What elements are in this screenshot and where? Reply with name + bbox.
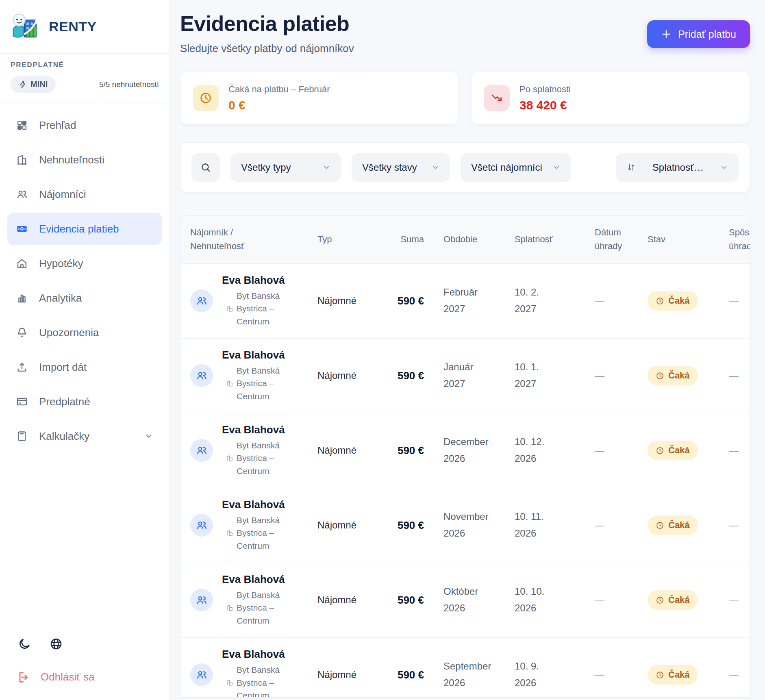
plan-badge: MINI [11, 76, 56, 93]
status-filter-select[interactable]: Všetky stavy [352, 153, 450, 182]
stat-value: 38 420 € [519, 98, 571, 112]
payment-amount: 590 € [387, 637, 434, 697]
status-badge: Čaká [648, 665, 698, 685]
property-name: Byt Banská Bystrica – Centrum [237, 663, 286, 697]
search-button[interactable] [191, 153, 220, 182]
payment-paid-date: — [585, 637, 638, 697]
payment-method: — [719, 488, 750, 563]
tenant-filter-select[interactable]: Všetci nájomníci [461, 153, 571, 182]
brand-logo-row: RENTY [0, 0, 170, 54]
clock-icon [193, 85, 219, 111]
globe-icon[interactable] [50, 637, 63, 650]
payment-period: Október2026 [434, 563, 505, 637]
sidebar: RENTY PREDPLATNÉ MINI 5/5 nehnuteľností … [0, 0, 170, 700]
payment-period: September2026 [434, 637, 505, 697]
bar-chart-icon [16, 292, 28, 304]
property-line: Byt Banská Bystrica – Centrum [226, 514, 286, 552]
sidebar-item-analytika[interactable]: Analytika [7, 282, 162, 314]
payment-period: November2026 [434, 488, 505, 563]
logout-button[interactable]: Odhlásiť sa [18, 671, 153, 683]
table-row[interactable]: Eva Blahová Byt Banská Bystrica – Centru… [180, 338, 750, 413]
sidebar-item-kalkula-ky[interactable]: Kalkulačky [7, 420, 162, 452]
property-name: Byt Banská Bystrica – Centrum [237, 289, 286, 328]
status-label: Čaká [668, 445, 690, 456]
tenant-avatar [190, 589, 213, 611]
payment-paid-date: — [585, 413, 638, 488]
payment-amount: 590 € [387, 488, 434, 563]
col-method: Spôsob úhrady [719, 216, 750, 263]
stat-label: Po splatnosti [519, 84, 571, 95]
property-name: Byt Banská Bystrica – Centrum [237, 514, 286, 552]
trend-down-icon [484, 85, 510, 111]
sidebar-item-upozornenia[interactable]: Upozornenia [7, 316, 162, 349]
stats-row: Čaká na platbu – Február 0 € Po splatnos… [180, 71, 750, 125]
payment-amount: 590 € [387, 338, 434, 413]
tenant-name: Eva Blahová [222, 424, 286, 436]
payment-type: Nájomné [308, 263, 387, 338]
payments-table: Nájomník / Nehnuteľnosť Typ Suma Obdobie… [180, 216, 750, 697]
chevron-down-icon [431, 163, 439, 172]
sidebar-item-n-jomn-ci[interactable]: Nájomníci [7, 178, 162, 211]
col-tenant: Nájomník / Nehnuteľnosť [180, 216, 308, 263]
grid-icon [16, 120, 28, 131]
payment-amount: 590 € [387, 263, 434, 338]
table-row[interactable]: Eva Blahová Byt Banská Bystrica – Centru… [180, 563, 750, 637]
table-row[interactable]: Eva Blahová Byt Banská Bystrica – Centru… [180, 488, 750, 563]
payment-type: Nájomné [308, 338, 387, 413]
moon-icon[interactable] [18, 637, 31, 650]
brand-name: RENTY [49, 19, 97, 35]
payment-type: Nájomné [308, 413, 387, 488]
page-subtitle: Sledujte všetky platby od nájomníkov [180, 42, 354, 55]
property-name: Byt Banská Bystrica – Centrum [237, 364, 286, 403]
payment-period: December2026 [434, 413, 505, 488]
status-badge: Čaká [648, 515, 698, 535]
sidebar-item-evidencia-platieb[interactable]: Evidencia platieb [7, 213, 162, 245]
main-content: Evidencia platieb Sledujte všetky platby… [170, 0, 765, 700]
sort-select[interactable]: Splatnosť… [616, 153, 739, 182]
status-label: Čaká [668, 670, 690, 680]
sidebar-item-preh-ad[interactable]: Prehľad [7, 109, 162, 141]
tenant-avatar [190, 514, 213, 537]
payment-due: 10. 12.2026 [505, 413, 585, 488]
add-payment-button[interactable]: Pridať platbu [647, 20, 750, 48]
col-due: Splatnosť [505, 216, 585, 263]
status-badge: Čaká [648, 366, 698, 385]
tenant-avatar [190, 663, 213, 686]
banknote-icon [16, 223, 28, 235]
tenant-avatar [190, 439, 213, 462]
sidebar-item-nehnute-nosti[interactable]: Nehnuteľnosti [7, 143, 162, 176]
property-line: Byt Banská Bystrica – Centrum [226, 289, 286, 328]
payment-method: — [719, 263, 750, 338]
sidebar-item-predplatn-[interactable]: Predplatné [7, 385, 162, 418]
status-label: Čaká [668, 296, 690, 306]
chevron-down-icon [720, 163, 728, 172]
building-small-icon [226, 454, 233, 462]
payment-method: — [719, 413, 750, 488]
payment-due: 10. 2.2027 [505, 263, 585, 338]
building-small-icon [226, 529, 233, 537]
sidebar-item-hypot-ky[interactable]: Hypotéky [7, 247, 162, 280]
property-name: Byt Banská Bystrica – Centrum [237, 589, 286, 627]
plan-usage: 5/5 nehnuteľností [99, 80, 159, 89]
col-period: Obdobie [434, 216, 505, 263]
col-amount: Suma [387, 216, 434, 263]
sidebar-nav: Prehľad Nehnuteľnosti Nájomníci Evidenci… [0, 102, 170, 452]
table-row[interactable]: Eva Blahová Byt Banská Bystrica – Centru… [180, 413, 750, 488]
table-row[interactable]: Eva Blahová Byt Banská Bystrica – Centru… [180, 263, 750, 338]
payment-type: Nájomné [308, 563, 387, 637]
payment-period: Január2027 [434, 338, 505, 413]
logout-icon [18, 671, 30, 683]
logout-label: Odhlásiť sa [41, 671, 95, 683]
payment-due: 10. 9.2026 [505, 637, 585, 697]
payment-method: — [719, 338, 750, 413]
payment-paid-date: — [585, 563, 638, 637]
table-row[interactable]: Eva Blahová Byt Banská Bystrica – Centru… [180, 637, 750, 697]
tenant-avatar [190, 364, 213, 387]
payment-amount: 590 € [387, 413, 434, 488]
sidebar-footer: Odhlásiť sa [0, 620, 170, 700]
type-filter-select[interactable]: Všetky typy [230, 153, 341, 182]
payment-period: Február2027 [434, 263, 505, 338]
tenant-name: Eva Blahová [222, 648, 286, 661]
status-badge: Čaká [648, 590, 698, 610]
sidebar-item-import-d-t[interactable]: Import dát [7, 351, 162, 383]
